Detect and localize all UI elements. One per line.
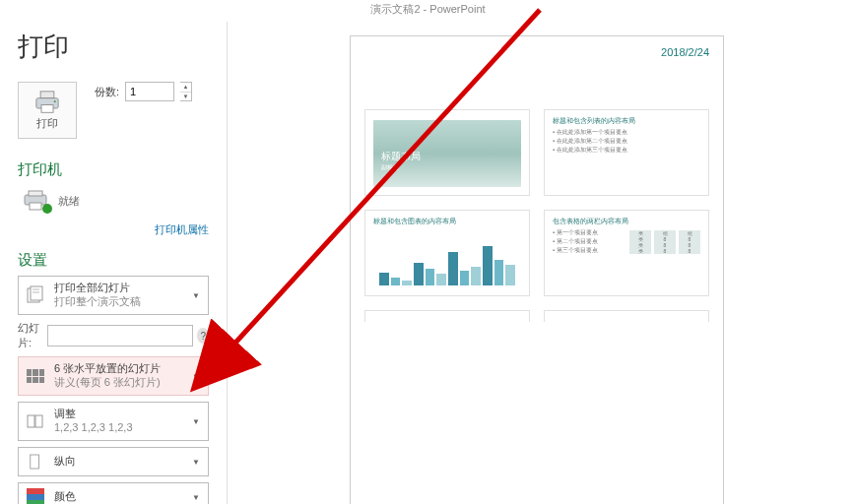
printer-selector[interactable]: 就绪 xyxy=(18,185,209,217)
preview-date: 2018/2/24 xyxy=(661,46,709,58)
svg-rect-12 xyxy=(35,415,42,427)
collate-dropdown[interactable]: 调整 1,2,3 1,2,3 1,2,3 ▼ xyxy=(18,402,209,441)
svg-rect-5 xyxy=(29,191,42,196)
slide4-heading: 包含表格的两栏内容布局 xyxy=(553,217,700,226)
dd-scope-line1: 打印全部幻灯片 xyxy=(54,282,190,295)
portrait-icon xyxy=(25,451,46,472)
print-button[interactable]: 打印 xyxy=(18,82,77,139)
info-icon[interactable]: ? xyxy=(197,328,209,344)
svg-rect-0 xyxy=(40,91,54,97)
slide-thumb-5 xyxy=(364,310,530,322)
slide4-bullet: 第二个项目要点 xyxy=(553,237,624,246)
chevron-down-icon: ▼ xyxy=(190,372,202,381)
printer-status-icon xyxy=(21,190,50,212)
color-icon xyxy=(25,486,46,504)
section-printer: 打印机 xyxy=(18,160,209,179)
grid-6-icon xyxy=(25,365,46,387)
slide3-heading: 标题和包含图表的内容布局 xyxy=(373,217,521,226)
chevron-down-icon: ▼ xyxy=(190,458,202,467)
dd-orient-line1: 纵向 xyxy=(54,455,190,469)
slide3-chart xyxy=(379,244,515,285)
copies-spinner[interactable]: ▲▼ xyxy=(180,82,192,101)
print-scope-dropdown[interactable]: 打印全部幻灯片 打印整个演示文稿 ▼ xyxy=(18,276,209,315)
title-bar: 演示文稿2 - PowerPoint xyxy=(0,0,856,22)
print-settings-panel: 打印 打印 份数: ▲▼ 打印机 xyxy=(0,22,227,504)
slide4-bullet: 第一个项目要点 xyxy=(553,228,624,237)
svg-rect-8 xyxy=(31,286,42,300)
slide2-bullet: 在此处添加第二个项目要点 xyxy=(553,137,700,146)
section-settings: 设置 xyxy=(18,251,209,270)
slide2-bullet: 在此处添加第一个项目要点 xyxy=(553,128,700,137)
slide4-table: 类组组 类88 类88 类88 xyxy=(629,230,700,255)
dd-layout-line2: 讲义(每页 6 张幻灯片) xyxy=(54,376,190,390)
dd-collate-line1: 调整 xyxy=(54,408,190,421)
slide2-bullet: 在此处添加第三个项目要点 xyxy=(553,146,700,155)
collate-icon xyxy=(25,410,46,432)
slides-range-label: 幻灯片: xyxy=(18,321,43,350)
slide-thumb-6 xyxy=(544,310,709,322)
print-button-label: 打印 xyxy=(36,116,58,131)
page-title: 打印 xyxy=(18,30,209,64)
dd-color-line1: 颜色 xyxy=(54,490,190,504)
slide-thumb-1: 标题布局 副标题 xyxy=(364,109,530,196)
orientation-dropdown[interactable]: 纵向 ▼ xyxy=(18,447,209,476)
slide2-heading: 标题和包含列表的内容布局 xyxy=(553,116,700,126)
color-dropdown[interactable]: 颜色 ▼ xyxy=(18,482,209,504)
slide1-subtitle: 副标题 xyxy=(381,163,399,172)
copies-label: 份数: xyxy=(95,85,119,99)
chevron-down-icon: ▼ xyxy=(190,291,202,300)
slides-range-input[interactable] xyxy=(47,325,193,346)
dd-scope-line2: 打印整个演示文稿 xyxy=(54,295,190,309)
dd-layout-line1: 6 张水平放置的幻灯片 xyxy=(54,362,190,376)
copies-input[interactable] xyxy=(125,82,174,101)
dd-collate-line2: 1,2,3 1,2,3 1,2,3 xyxy=(54,421,190,435)
slide-thumb-4: 包含表格的两栏内容布局 第一个项目要点 第二个项目要点 第三个项目要点 类组组 … xyxy=(544,210,709,296)
svg-point-3 xyxy=(54,100,56,102)
chevron-down-icon: ▼ xyxy=(190,493,202,502)
preview-page: 2018/2/24 标题布局 副标题 标题和包含列表的内容布局 在此处添加第一个… xyxy=(350,35,724,504)
slide4-bullet: 第三个项目要点 xyxy=(553,246,624,255)
svg-rect-6 xyxy=(30,203,41,210)
chevron-down-icon: ▼ xyxy=(190,417,202,426)
svg-rect-11 xyxy=(28,415,34,427)
pages-icon xyxy=(25,284,46,306)
status-ok-icon xyxy=(42,204,52,214)
slide-thumb-2: 标题和包含列表的内容布局 在此处添加第一个项目要点 在此处添加第二个项目要点 在… xyxy=(544,109,709,196)
print-preview: 2018/2/24 标题布局 副标题 标题和包含列表的内容布局 在此处添加第一个… xyxy=(227,22,856,504)
svg-rect-13 xyxy=(31,455,39,469)
printer-properties-link[interactable]: 打印机属性 xyxy=(18,222,209,237)
svg-rect-2 xyxy=(41,104,53,112)
printer-status-text: 就绪 xyxy=(58,194,80,209)
slide-thumb-3: 标题和包含图表的内容布局 xyxy=(364,210,530,296)
slide1-title: 标题布局 xyxy=(381,150,421,163)
printer-icon xyxy=(33,91,61,114)
handout-layout-dropdown[interactable]: 6 张水平放置的幻灯片 讲义(每页 6 张幻灯片) ▼ xyxy=(18,356,209,396)
